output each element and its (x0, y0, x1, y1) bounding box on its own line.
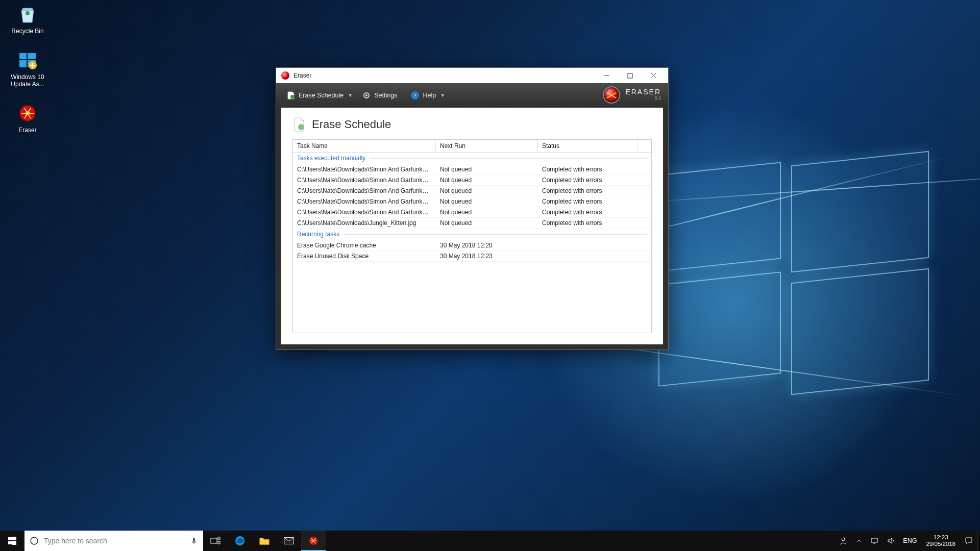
minimize-button[interactable] (595, 68, 618, 83)
cell-status: Completed with errors (538, 218, 638, 228)
desktop-icon-label: Recycle Bin (11, 28, 43, 35)
show-desktop-button[interactable] (977, 531, 980, 551)
eraser-app-icon (16, 102, 39, 124)
svg-point-8 (290, 95, 295, 99)
cell-next-run: Not queued (436, 207, 538, 217)
toolbar: Erase Schedule ▼ Settings ? Help ▼ ERASE… (276, 83, 668, 108)
toolbar-label: Erase Schedule (299, 92, 344, 99)
svg-point-10 (365, 94, 368, 96)
erase-schedule-button[interactable]: Erase Schedule (283, 89, 347, 102)
cell-next-run: Not queued (436, 196, 538, 207)
eraser-window: Eraser Erase Schedule ▼ Settings ? Help … (276, 67, 669, 350)
svg-rect-22 (218, 541, 220, 544)
table-row[interactable]: C:\Users\Nate\Downloads\Simon And Garfun… (293, 175, 651, 186)
svg-rect-7 (628, 73, 632, 78)
tray-action-center[interactable] (961, 531, 977, 551)
col-next-run[interactable]: Next Run (436, 140, 538, 152)
start-button[interactable] (0, 531, 24, 551)
cell-status: Completed with errors (538, 196, 638, 207)
task-view-icon (210, 537, 220, 545)
grid-header: Task Name Next Run Status (293, 140, 651, 153)
col-status[interactable]: Status (538, 140, 638, 152)
bg-plane (791, 151, 929, 272)
desktop-icon-eraser[interactable]: Eraser (3, 102, 52, 134)
table-row[interactable]: C:\Users\Nate\Downloads\Simon And Garfun… (293, 207, 651, 218)
help-icon: ? (410, 91, 420, 100)
network-icon (870, 537, 878, 545)
taskbar-app-mail[interactable] (277, 531, 301, 551)
bg-plane (791, 268, 929, 395)
erase-schedule-dropdown[interactable]: ▼ (348, 90, 353, 101)
maximize-button[interactable] (618, 68, 642, 83)
notification-icon (965, 537, 973, 545)
desktop-icon-windows-update[interactable]: Windows 10 Update As... (3, 49, 52, 88)
svg-rect-14 (8, 537, 12, 540)
titlebar[interactable]: Eraser (276, 68, 668, 83)
desktop-icon-recycle-bin[interactable]: Recycle Bin (3, 3, 52, 35)
table-row[interactable]: Erase Google Chrome cache30 May 2018 12:… (293, 240, 651, 251)
toolbar-label: Settings (374, 92, 397, 99)
bg-plane (658, 162, 781, 271)
tray-network[interactable] (866, 531, 883, 551)
col-task-name[interactable]: Task Name (293, 140, 436, 152)
table-row[interactable]: Erase Unused Disk Space30 May 2018 12:23 (293, 251, 651, 262)
schedule-grid[interactable]: Task Name Next Run Status Tasks executed… (292, 139, 652, 333)
svg-rect-20 (211, 538, 217, 543)
tray-overflow[interactable] (852, 531, 866, 551)
cell-status: Completed with errors (538, 186, 638, 196)
tray-clock[interactable]: 12:23 29/05/2018 (921, 534, 961, 547)
tray-language[interactable]: ENG (899, 531, 921, 551)
taskbar-app-edge[interactable] (228, 531, 252, 551)
settings-button[interactable]: Settings (359, 89, 400, 102)
taskbar-app-eraser[interactable] (301, 531, 326, 551)
clock-date: 29/05/2018 (926, 541, 955, 547)
svg-point-13 (298, 124, 304, 130)
table-row[interactable]: C:\Users\Nate\Downloads\Simon And Garfun… (293, 196, 651, 207)
cell-task-name: C:\Users\Nate\Downloads\Simon And Garfun… (293, 164, 436, 174)
cell-status: Completed with errors (538, 164, 638, 174)
tray-volume[interactable] (883, 531, 899, 551)
document-icon (292, 117, 306, 132)
cell-task-name: Erase Google Chrome cache (293, 240, 436, 251)
language-label: ENG (903, 537, 917, 544)
svg-rect-27 (871, 538, 877, 542)
windows-logo-icon (8, 537, 16, 545)
cortana-icon (30, 536, 39, 545)
brand-name: ERASER (625, 89, 661, 95)
volume-icon (887, 537, 895, 545)
section-title: Erase Schedule (312, 118, 391, 131)
task-view-button[interactable] (203, 531, 228, 551)
recycle-bin-icon (16, 3, 39, 26)
tray-people[interactable] (835, 531, 852, 551)
cell-next-run: Not queued (436, 186, 538, 196)
eraser-titlebar-icon (281, 71, 289, 80)
svg-point-18 (31, 537, 38, 544)
mail-icon (283, 536, 295, 545)
table-row[interactable]: C:\Users\Nate\Downloads\Simon And Garfun… (293, 164, 651, 175)
folder-icon (259, 536, 270, 546)
table-row[interactable]: C:\Users\Nate\Downloads\Simon And Garfun… (293, 186, 651, 196)
cell-status (538, 251, 638, 261)
svg-point-26 (842, 538, 845, 541)
close-button[interactable] (642, 68, 665, 83)
cell-next-run: Not queued (436, 175, 538, 185)
svg-point-6 (26, 111, 30, 115)
svg-rect-16 (8, 541, 12, 544)
cell-task-name: C:\Users\Nate\Downloads\Jungle_Kitten.jp… (293, 218, 436, 228)
group-recurring: Recurring tasks (293, 229, 651, 240)
desktop-icon-label: Windows 10 Update As... (11, 73, 44, 88)
cell-next-run: Not queued (436, 164, 538, 174)
help-button[interactable]: ? Help (407, 89, 439, 102)
table-row[interactable]: C:\Users\Nate\Downloads\Jungle_Kitten.jp… (293, 218, 651, 229)
mic-icon[interactable] (190, 537, 198, 545)
svg-rect-21 (218, 537, 220, 540)
taskbar-search[interactable]: Type here to search (24, 531, 203, 551)
help-dropdown[interactable]: ▼ (440, 90, 445, 101)
eraser-logo-icon (603, 86, 620, 104)
clock-time: 12:23 (926, 534, 955, 541)
group-manual: Tasks executed manually (293, 153, 651, 164)
gear-icon (362, 91, 371, 100)
cell-next-run: Not queued (436, 218, 538, 228)
svg-rect-1 (28, 53, 36, 59)
taskbar-app-explorer[interactable] (252, 531, 277, 551)
